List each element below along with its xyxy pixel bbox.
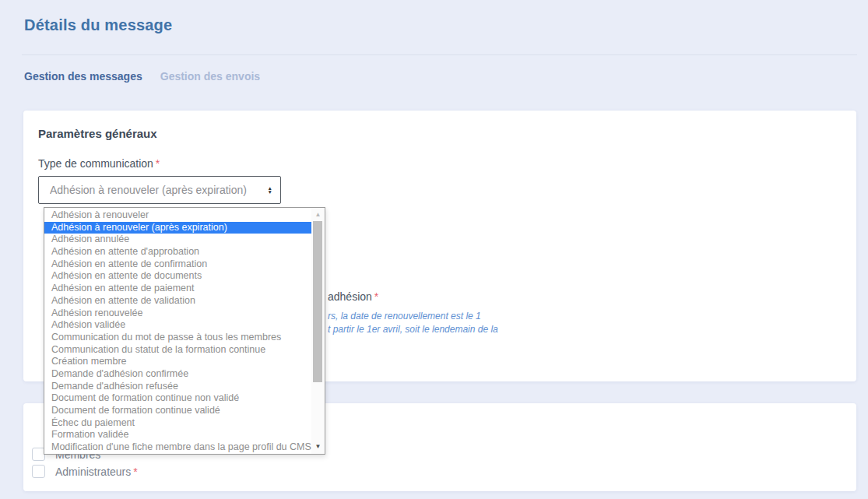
administrateurs-label: Administrateurs* [55,466,138,478]
dropdown-option[interactable]: Demande d'adhésion refusée [44,381,311,393]
communication-type-dropdown: Adhésion à renouvelerAdhésion à renouvel… [44,207,325,455]
dropdown-option[interactable]: Adhésion en attente d'approbation [44,246,311,258]
dropdown-option[interactable]: Adhésion validée [44,319,311,332]
scroll-down-icon[interactable]: ▼ [311,441,325,452]
dropdown-option[interactable]: Adhésion à renouveler (après expiration) [44,222,311,234]
card-title: Paramètres généraux [38,127,157,140]
scrollbar-thumb[interactable] [313,221,322,382]
dropdown-option[interactable]: Communication du mot de passe à tous les… [44,332,311,344]
tab-gestion-des-envois[interactable]: Gestion des envois [160,70,260,83]
recipient-row-administrateurs[interactable]: Administrateurs* [32,465,138,478]
dropdown-option[interactable]: Communication du statut de la formation … [44,344,311,357]
tab-bar: Gestion des messages Gestion des envois [24,70,260,83]
dropdown-option[interactable]: Création membre [44,356,311,368]
dropdown-scrollbar[interactable]: ▲ ▼ [311,208,325,454]
dropdown-option[interactable]: Document de formation continue non valid… [44,392,311,405]
select-stepper-icon: ▲ ▼ [268,186,272,194]
dropdown-option[interactable]: Document de formation continue validé [44,405,311,417]
dropdown-option[interactable]: Échec du paiement [44,417,311,430]
scroll-up-icon[interactable]: ▲ [311,209,325,220]
partially-hidden-field-label: adhésion* [328,290,378,303]
dropdown-option[interactable]: Adhésion à renouveler [44,209,311,222]
header-divider [22,54,857,55]
dropdown-option[interactable]: Adhésion en attente de paiement [44,283,311,295]
communication-type-select[interactable]: Adhésion à renouveler (après expiration)… [38,176,281,204]
tab-gestion-des-messages[interactable]: Gestion des messages [24,70,142,83]
page-title: Détails du message [24,16,172,34]
administrateurs-checkbox[interactable] [32,465,45,478]
help-text-line-1: rs, la date de renouvellement est le 1 [328,311,481,322]
dropdown-list: Adhésion à renouvelerAdhésion à renouvel… [44,208,311,454]
communication-type-label: Type de communication* [38,157,160,170]
required-asterisk: * [156,157,160,170]
dropdown-option[interactable]: Adhésion annulée [44,234,311,246]
dropdown-option[interactable]: Adhésion en attente de documents [44,270,311,283]
dropdown-option[interactable]: Adhésion renouvelée [44,307,311,320]
dropdown-option[interactable]: Adhésion en attente de validation [44,295,311,307]
dropdown-option[interactable]: Demande d'adhésion confirmée [44,368,311,381]
dropdown-option[interactable]: Formation validée [44,429,311,441]
select-value: Adhésion à renouveler (après expiration) [50,184,268,196]
dropdown-option[interactable]: Adhésion en attente de confirmation [44,258,311,271]
help-text-line-2: t partir le 1er avril, soit le lendemain… [328,324,498,335]
required-asterisk: * [374,290,378,303]
dropdown-option[interactable]: Modification d'une fiche membre dans la … [44,441,311,454]
required-asterisk: * [133,466,137,478]
